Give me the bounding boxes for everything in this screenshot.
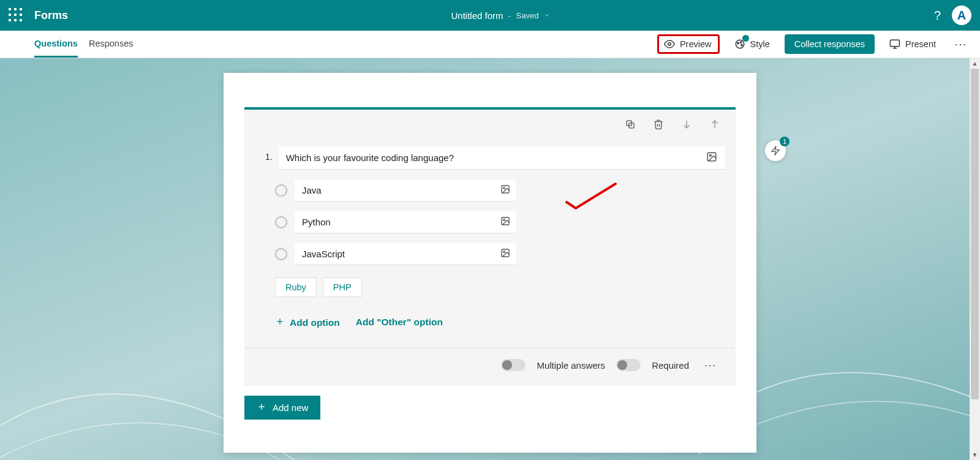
chevron-down-icon[interactable]	[543, 10, 551, 21]
save-status: Saved	[516, 11, 539, 20]
required-toggle[interactable]	[616, 359, 641, 371]
svg-point-1	[736, 40, 744, 48]
question-number: 1.	[265, 146, 273, 162]
svg-marker-8	[772, 146, 779, 154]
monitor-icon	[889, 39, 900, 50]
plus-icon	[257, 402, 266, 413]
present-label: Present	[905, 39, 936, 49]
question-text-input[interactable]	[279, 146, 725, 170]
collect-responses-button[interactable]: Collect responses	[785, 34, 875, 54]
preview-button[interactable]: Preview	[657, 34, 720, 54]
help-icon[interactable]: ?	[934, 9, 941, 23]
plus-icon	[275, 317, 285, 329]
multiple-answers-label: Multiple answers	[537, 360, 605, 371]
palette-icon	[734, 39, 745, 50]
radio-icon[interactable]	[275, 184, 287, 197]
question-card[interactable]: 1.	[244, 107, 736, 386]
move-up-icon[interactable]	[709, 118, 721, 130]
more-icon[interactable]: ⋯	[951, 37, 971, 51]
svg-point-18	[503, 219, 505, 221]
form-title[interactable]: Untitled form	[451, 10, 503, 21]
svg-point-2	[737, 42, 738, 43]
app-launcher-icon[interactable]	[9, 8, 23, 23]
scroll-down-icon[interactable]: ▼	[970, 450, 980, 460]
svg-rect-5	[891, 40, 900, 47]
ideas-badge: 1	[780, 137, 790, 146]
required-label: Required	[652, 360, 689, 371]
option-row	[275, 179, 725, 202]
insert-media-icon[interactable]	[706, 151, 717, 165]
insert-media-icon[interactable]	[500, 216, 510, 228]
ideas-button[interactable]: 1	[765, 140, 786, 161]
option-input[interactable]	[295, 211, 516, 233]
vertical-scrollbar[interactable]: ▲ ▼	[970, 58, 980, 460]
preview-label: Preview	[680, 39, 712, 49]
radio-icon[interactable]	[275, 248, 287, 260]
scroll-up-icon[interactable]: ▲	[970, 58, 980, 69]
svg-point-16	[503, 187, 505, 189]
style-button[interactable]: Style	[728, 35, 776, 53]
suggestion-chip[interactable]: PHP	[323, 277, 362, 297]
user-avatar[interactable]: A	[952, 6, 971, 25]
form-sheet: 1.	[224, 73, 756, 453]
style-label: Style	[750, 39, 770, 49]
option-input[interactable]	[295, 243, 516, 265]
trash-icon[interactable]	[652, 118, 665, 130]
option-input[interactable]	[295, 179, 516, 202]
suggestion-chip[interactable]: Ruby	[275, 277, 317, 297]
svg-point-0	[668, 43, 671, 46]
lightning-icon	[771, 146, 780, 156]
question-more-icon[interactable]: ⋯	[700, 358, 721, 372]
add-option-button[interactable]: Add option	[275, 317, 340, 329]
app-name[interactable]: Forms	[34, 9, 68, 22]
add-new-button[interactable]: Add new	[244, 396, 320, 420]
radio-icon[interactable]	[275, 216, 287, 228]
svg-point-14	[709, 154, 711, 156]
add-other-button[interactable]: Add "Other" option	[356, 317, 443, 329]
tab-responses[interactable]: Responses	[89, 31, 134, 58]
svg-point-20	[503, 251, 505, 253]
svg-point-3	[740, 42, 741, 43]
form-title-area: Untitled form - Saved	[68, 10, 934, 21]
insert-media-icon[interactable]	[500, 248, 510, 260]
option-row	[275, 211, 725, 233]
scroll-thumb[interactable]	[971, 69, 979, 399]
option-row	[275, 243, 725, 265]
collect-label: Collect responses	[794, 39, 865, 49]
insert-media-icon[interactable]	[500, 184, 510, 197]
add-new-label: Add new	[273, 402, 308, 413]
tab-questions[interactable]: Questions	[34, 31, 78, 58]
present-button[interactable]: Present	[883, 35, 942, 53]
app-header: Forms Untitled form - Saved ? A	[0, 0, 980, 31]
copy-icon[interactable]	[624, 118, 636, 130]
toolbar: Questions Responses Preview Style Collec…	[0, 31, 980, 58]
eye-icon	[664, 39, 675, 50]
add-option-label: Add option	[290, 317, 340, 328]
multiple-answers-toggle[interactable]	[501, 359, 526, 371]
canvas: 1 1.	[0, 58, 980, 460]
move-down-icon[interactable]	[680, 118, 693, 130]
svg-point-4	[741, 44, 742, 45]
